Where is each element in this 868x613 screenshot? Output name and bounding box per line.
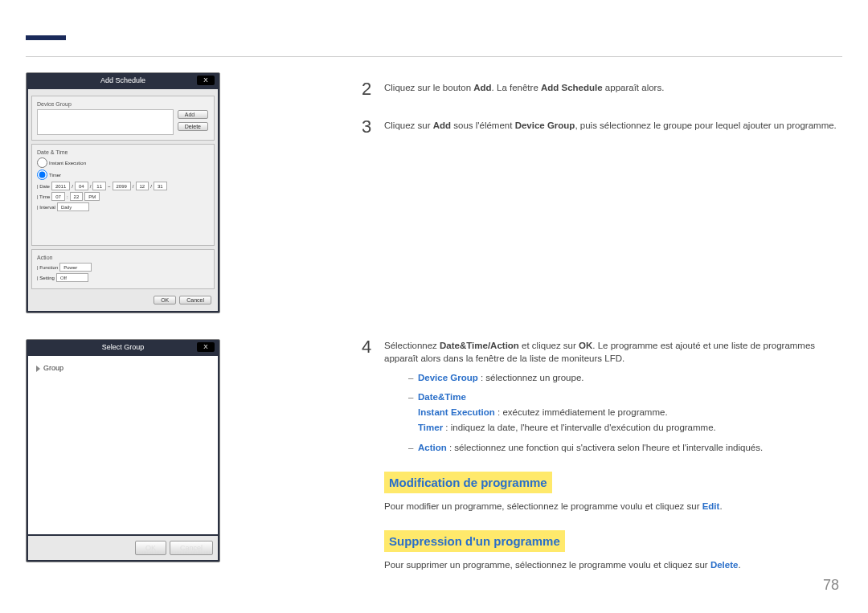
- step-number: 3: [362, 115, 373, 140]
- step-2: 2 Cliquez sur le bouton Add. La fenêtre …: [362, 77, 842, 102]
- ok-button[interactable]: OK: [154, 296, 176, 304]
- day2-select[interactable]: 31: [154, 182, 167, 190]
- cancel-button[interactable]: Cancel: [179, 296, 211, 304]
- month2-select[interactable]: 12: [136, 182, 149, 190]
- dialog-title: Select Group: [102, 343, 145, 351]
- delete-heading: Suppression d'un programme: [384, 530, 565, 552]
- ampm-select[interactable]: PM: [84, 192, 100, 201]
- group-tree[interactable]: Group: [28, 356, 218, 380]
- step-3: 3 Cliquez sur Add sous l'élément Device …: [362, 115, 842, 140]
- device-group-label: Device Group: [37, 101, 209, 107]
- min-select[interactable]: 22: [70, 192, 84, 201]
- instant-exec-radio[interactable]: [37, 157, 47, 168]
- hour-select[interactable]: 07: [51, 192, 65, 201]
- sub-device-group: Device Group : sélectionnez un groupe.: [408, 371, 842, 384]
- brand-bar: [26, 35, 66, 40]
- close-icon[interactable]: X: [197, 76, 215, 85]
- step-4: 4 Sélectionnez Date&Time/Action et cliqu…: [362, 335, 842, 571]
- delete-button[interactable]: Delete: [178, 122, 208, 131]
- month1-select[interactable]: 04: [75, 182, 88, 190]
- ok-button[interactable]: OK: [135, 541, 166, 555]
- step-number: 2: [362, 77, 373, 102]
- sub-action: Action : sélectionnez une fonction qui s…: [408, 441, 842, 454]
- sub-datetime: Date&Time Instant Execution : exécutez i…: [408, 390, 842, 434]
- step-number: 4: [362, 335, 373, 571]
- delete-paragraph: Pour supprimer un programme, sélectionne…: [384, 558, 842, 571]
- select-group-dialog: Select Group X Group OK Cancel: [26, 339, 220, 562]
- close-icon[interactable]: X: [197, 342, 215, 352]
- top-rule: [26, 56, 842, 57]
- day1-select[interactable]: 11: [92, 182, 106, 190]
- function-select[interactable]: Power: [59, 263, 92, 272]
- dialog-title: Add Schedule: [100, 76, 145, 84]
- add-button[interactable]: Add: [178, 110, 208, 119]
- interval-select[interactable]: Daily: [57, 202, 89, 211]
- add-schedule-dialog: Add Schedule X Device Group Add Delete D…: [26, 72, 220, 313]
- timer-radio[interactable]: [37, 170, 47, 180]
- group-node[interactable]: Group: [43, 364, 63, 372]
- modify-heading: Modification de programme: [384, 472, 552, 493]
- setting-select[interactable]: Off: [56, 273, 88, 282]
- datetime-label: Date & Time: [37, 149, 209, 155]
- action-label: Action: [37, 255, 209, 260]
- cancel-button[interactable]: Cancel: [170, 541, 213, 555]
- modify-paragraph: Pour modifier un programme, sélectionnez…: [384, 500, 842, 513]
- year1-select[interactable]: 2011: [51, 182, 70, 190]
- year2-select[interactable]: 2099: [113, 182, 131, 190]
- device-group-list[interactable]: [37, 109, 174, 135]
- page-number: 78: [823, 577, 839, 594]
- tree-expand-icon[interactable]: [36, 366, 40, 372]
